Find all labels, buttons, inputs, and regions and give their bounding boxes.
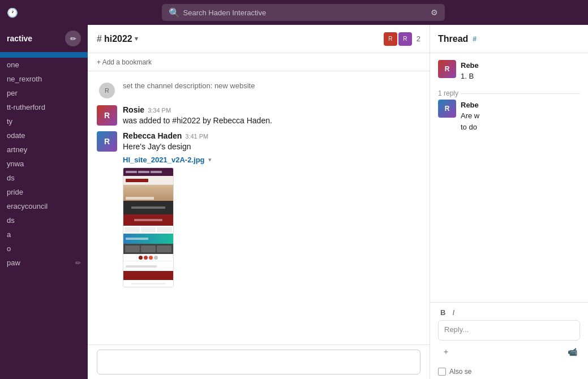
search-input[interactable] [183, 8, 427, 17]
thread-msg-2-text: Are w [461, 111, 580, 121]
search-icon: 🔍 [169, 7, 180, 18]
add-bookmark-button[interactable]: + Add a bookmark [97, 58, 152, 66]
thread-plus-button[interactable]: ＋ [438, 344, 454, 360]
rosie-message-header: Rosie 3:34 PM [123, 105, 420, 114]
thread-reply-input[interactable]: Reply... [438, 320, 580, 341]
rebecca-time: 3:41 PM [185, 133, 208, 140]
rosie-message-content: Rosie 3:34 PM was added to #hi2022 by Re… [123, 105, 420, 127]
rebecca-author: Rebecca Haden [123, 131, 182, 140]
system-message-text: set the channel description: new website [123, 81, 255, 90]
filter-icon[interactable]: ⚙ [431, 8, 438, 17]
rosie-time: 3:34 PM [148, 107, 171, 114]
mockup-hero [123, 185, 173, 201]
sidebar: ractive ✏ one ne_rexroth per tt-rutherfo… [0, 25, 88, 379]
website-mockup[interactable] [123, 167, 174, 287]
mockup-footer [123, 271, 173, 280]
sidebar-item-ty[interactable]: ty [0, 114, 88, 128]
member-count[interactable]: 2 [417, 35, 420, 43]
system-message-content: set the channel description: new website [123, 80, 420, 101]
rebecca-message-header: Rebecca Haden 3:41 PM [123, 131, 420, 140]
mockup-header [123, 176, 173, 185]
rebecca-message-text: Here's Jay's design [123, 141, 420, 153]
thread-msg-2-content: Rebe Are w to do [461, 100, 580, 132]
sidebar-item-ne-rexroth[interactable]: ne_rexroth [0, 72, 88, 86]
thread-video-button[interactable]: 📹 [564, 344, 580, 360]
mockup-nav-item-3 [151, 171, 162, 173]
channel-name[interactable]: # hi2022 ▾ [97, 34, 138, 44]
thread-header: Thread # [430, 25, 588, 53]
search-bar[interactable]: 🔍 ⚙ [162, 4, 445, 21]
main-layout: ractive ✏ one ne_rexroth per tt-rutherfo… [0, 25, 588, 379]
mockup-circles-section [123, 254, 173, 261]
member-avatar-2[interactable]: R [398, 32, 412, 46]
edit-icon[interactable]: ✏ [65, 31, 81, 46]
thread-msg-1-text: 1. B [461, 71, 580, 81]
system-avatar: R [97, 80, 117, 101]
thread-message-1: R Rebe 1. B [438, 60, 580, 81]
also-see-label: Also se [449, 368, 471, 376]
sidebar-item-o[interactable]: o [0, 242, 88, 256]
message-input-area [88, 344, 430, 379]
sidebar-item-per[interactable]: per [0, 86, 88, 100]
thread-reply-indicator: 1 reply [438, 87, 580, 100]
mockup-nav-item-1 [126, 171, 137, 173]
thread-msg-2-author: Rebe [461, 101, 479, 109]
sidebar-item-paw[interactable]: paw ✏ [0, 256, 88, 270]
thread-reply-toolbar: B I [438, 307, 580, 318]
file-chevron-icon[interactable]: ▾ [208, 156, 212, 163]
mockup-bottom-white [123, 280, 173, 287]
thread-panel: Thread # R Rebe 1. B 1 reply R Rebe [430, 25, 588, 379]
thread-messages: R Rebe 1. B 1 reply R Rebe Are w to do [430, 53, 588, 302]
thread-title: Thread [438, 34, 468, 44]
system-message: R set the channel description: new websi… [97, 78, 420, 103]
top-bar: 🕐 🔍 ⚙ [0, 0, 588, 25]
rebecca-message-content: Rebecca Haden 3:41 PM Here's Jay's desig… [123, 131, 420, 288]
mockup-teal-section [123, 234, 173, 244]
mockup-dark-section [123, 201, 173, 214]
thread-reply-actions: ＋ 📹 [438, 344, 580, 360]
also-see-checkbox[interactable] [438, 368, 446, 376]
thread-also-see: Also se [430, 364, 588, 379]
sidebar-item-a[interactable]: a [0, 227, 88, 242]
sidebar-item-ynwa[interactable]: ynwa [0, 157, 88, 171]
thread-msg-1-content: Rebe 1. B [461, 60, 580, 81]
mockup-image [123, 167, 174, 287]
pencil-icon: ✏ [75, 259, 81, 267]
rosie-message-text: was added to #hi2022 by Rebecca Haden. [123, 115, 420, 127]
sidebar-header: ractive ✏ [0, 25, 88, 52]
mockup-red-section [123, 214, 173, 226]
thread-msg-2-text2: to do [461, 122, 580, 132]
rosie-author: Rosie [123, 105, 144, 114]
thread-avatar-2: R [438, 100, 456, 118]
thread-message-2: R Rebe Are w to do [438, 100, 580, 132]
channel-name-text: hi2022 [104, 34, 132, 44]
sidebar-item-tt-rutherford[interactable]: tt-rutherford [0, 100, 88, 114]
rebecca-avatar: R [97, 131, 117, 152]
sidebar-item-ds[interactable]: ds [0, 171, 88, 185]
member-avatars: R R [384, 32, 412, 46]
channel-header: # hi2022 ▾ R R 2 [88, 25, 430, 53]
italic-button[interactable]: I [450, 307, 457, 318]
sidebar-item-artney[interactable]: artney [0, 143, 88, 157]
thread-msg-1-author: Rebe [461, 61, 479, 70]
sidebar-item-one[interactable]: one [0, 58, 88, 72]
channel-header-right: R R 2 [384, 32, 420, 46]
channel-chevron-icon: ▾ [135, 35, 138, 42]
message-input-box[interactable] [97, 350, 420, 374]
sidebar-item-pride[interactable]: pride [0, 185, 88, 199]
bold-button[interactable]: B [438, 307, 448, 318]
rosie-message: R Rosie 3:34 PM was added to #hi2022 by … [97, 103, 420, 129]
sidebar-item-odate[interactable]: odate [0, 128, 88, 143]
thread-avatar-1: R [438, 60, 456, 78]
sidebar-item-eracycouncil[interactable]: eracycouncil [0, 199, 88, 213]
channel-area: # hi2022 ▾ R R 2 + Add a bookmark R [88, 25, 430, 379]
thread-reply-line [461, 93, 580, 94]
sidebar-active-item[interactable] [0, 52, 88, 58]
thread-channel-ref: # [473, 35, 477, 43]
thread-reply-area: B I Reply... ＋ 📹 [430, 302, 588, 364]
mockup-nav-item-2 [138, 171, 149, 173]
mockup-nav-bar [123, 168, 173, 176]
sidebar-item-ds2[interactable]: ds [0, 213, 88, 227]
file-name[interactable]: HI_site_2021_v2A-2.jpg [123, 156, 205, 164]
member-avatar-1[interactable]: R [384, 32, 397, 46]
